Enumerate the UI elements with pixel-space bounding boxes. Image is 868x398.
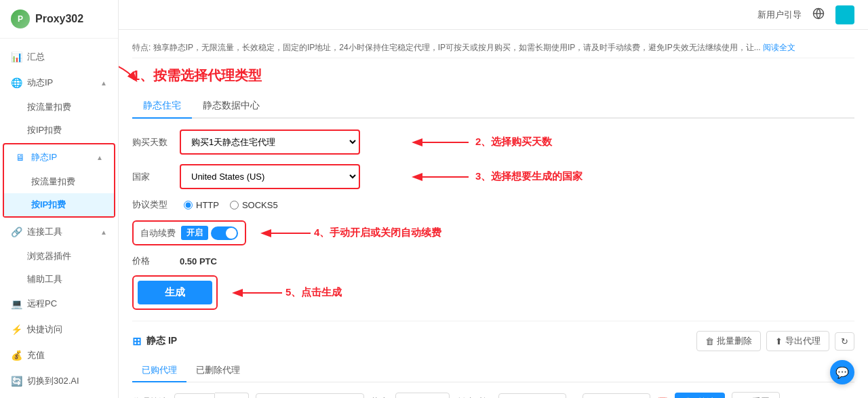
static-ip-icon: 🖥 xyxy=(15,152,26,163)
end-date-input[interactable] xyxy=(583,393,650,399)
sidebar-item-remote-pc[interactable]: 💻 远程PC xyxy=(0,291,118,317)
sidebar-item-browser-plugin[interactable]: 浏览器插件 xyxy=(0,245,118,268)
generate-row: 生成 5、点击生成 xyxy=(132,275,854,310)
sidebar-item-label: 动态IP xyxy=(27,77,53,89)
auto-renew-row: 自动续费 开启 4、手动 xyxy=(132,220,854,245)
step1-container: 1、按需选择代理类型 xyxy=(132,66,854,85)
table-icon: ⊞ xyxy=(132,335,141,348)
generate-button[interactable]: 生成 xyxy=(138,281,212,304)
price-row: 价格 0.50 PTC xyxy=(132,255,854,267)
section-title-text: 静态 IP xyxy=(146,335,177,347)
sidebar-item-switch-302[interactable]: 🔄 切换到302.AI xyxy=(0,368,118,394)
sidebar-item-dashboard[interactable]: 📊 汇总 xyxy=(0,44,118,70)
sidebar-item-label: 汇总 xyxy=(27,51,45,63)
proxy-filter-input-group: IP xyxy=(174,393,249,399)
protocol-socks5-radio[interactable] xyxy=(230,201,239,210)
state-select[interactable]: 全部 正常 过期 xyxy=(395,393,450,399)
new-user-guide-link[interactable]: 新用户引导 xyxy=(757,9,802,21)
protocol-http-option[interactable]: HTTP xyxy=(184,200,219,210)
chevron-up-icon-static: ▲ xyxy=(96,154,103,161)
sidebar-item-static-traffic-billing[interactable]: 按流量扣费 xyxy=(4,170,114,193)
export-icon: ⬆ xyxy=(775,336,783,346)
country-label: 国家 xyxy=(132,171,173,183)
sidebar-item-label: 按IP扣费 xyxy=(27,124,62,136)
reset-button[interactable]: ↺ 重置 xyxy=(732,392,780,398)
switch-icon: 🔄 xyxy=(11,376,22,386)
toggle-thumb xyxy=(226,228,237,239)
sidebar-item-label: 辅助工具 xyxy=(27,273,62,285)
chat-icon: 💬 xyxy=(835,366,849,379)
connect-tools-icon: 🔗 xyxy=(11,226,22,237)
tab-purchased[interactable]: 已购代理 xyxy=(132,359,186,382)
sidebar-item-connect-tools[interactable]: 🔗 连接工具 ▲ xyxy=(0,219,118,245)
content-area: 特点: 独享静态IP，无限流量，长效稳定，固定的IP地址，24小时保持住宅稳定代… xyxy=(119,30,868,398)
sidebar-item-label: 静态IP xyxy=(31,151,57,163)
price-value: 0.50 PTC xyxy=(180,256,217,266)
sidebar-item-label: 按流量扣费 xyxy=(27,101,71,113)
sidebar-item-recharge[interactable]: 💰 充值 xyxy=(0,342,118,368)
static-ip-section-nav: 🖥 静态IP ▲ 按流量扣费 按IP扣费 xyxy=(3,143,115,218)
sidebar-item-static-ip-billing[interactable]: 按IP扣费 xyxy=(4,193,114,216)
sidebar-item-static-ip[interactable]: 🖥 静态IP ▲ xyxy=(4,144,114,170)
start-date-input[interactable] xyxy=(498,393,566,399)
logo-area: P Proxy302 xyxy=(0,0,118,39)
refresh-button[interactable]: ↻ xyxy=(835,332,854,351)
bulk-delete-button[interactable]: 🗑 批量删除 xyxy=(696,331,761,351)
logo-icon: P xyxy=(11,9,30,28)
dashboard-icon: 📊 xyxy=(11,52,22,62)
translate-icon[interactable] xyxy=(812,7,825,22)
sidebar-item-label: 充值 xyxy=(27,349,45,361)
section-title-group: ⊞ 静态 IP xyxy=(132,335,177,348)
filter-button[interactable]: 🔍 筛选 xyxy=(675,393,725,398)
features-link[interactable]: 阅读全文 xyxy=(763,43,795,52)
toggle-track[interactable] xyxy=(211,226,238,240)
bulk-delete-label: 批量删除 xyxy=(717,335,752,347)
sidebar-nav: 📊 汇总 🌐 动态IP ▲ 按流量扣费 按IP扣费 🖥 静态IP ▲ 按流量扣费 xyxy=(0,39,118,398)
topbar: 新用户引导 xyxy=(119,0,868,30)
protocol-socks5-option[interactable]: SOCKS5 xyxy=(230,200,278,210)
section-header: ⊞ 静态 IP 🗑 批量删除 ⬆ 导出代理 ↻ xyxy=(132,331,854,351)
sidebar: P Proxy302 📊 汇总 🌐 动态IP ▲ 按流量扣费 按IP扣费 🖥 静… xyxy=(0,0,119,398)
step4-arrow-svg xyxy=(260,223,314,243)
user-avatar[interactable] xyxy=(835,5,854,24)
sidebar-item-helper-tools[interactable]: 辅助工具 xyxy=(0,268,118,291)
sidebar-item-label: 远程PC xyxy=(27,298,57,310)
step2-annotation: 2、选择购买天数 xyxy=(408,132,552,153)
protocol-row: 协议类型 HTTP SOCKS5 xyxy=(132,199,854,211)
sidebar-item-label: 按IP扣费 xyxy=(31,199,66,211)
sidebar-item-label: 快捷访问 xyxy=(27,323,62,336)
features-banner: 特点: 独享静态IP，无限流量，长效稳定，固定的IP地址，24小时保持住宅稳定代… xyxy=(132,38,854,58)
auto-renew-toggle-box: 自动续费 开启 xyxy=(132,220,246,245)
toggle-on-label: 开启 xyxy=(181,226,208,240)
tab-deleted[interactable]: 已删除代理 xyxy=(186,359,250,382)
sidebar-item-ip-billing[interactable]: 按IP扣费 xyxy=(0,119,118,142)
country-select[interactable]: United States (US) Japan (JP) United Kin… xyxy=(182,166,358,187)
dynamic-ip-icon: 🌐 xyxy=(11,77,22,88)
sidebar-item-dynamic-ip[interactable]: 🌐 动态IP ▲ xyxy=(0,70,118,96)
sidebar-item-label: 按流量扣费 xyxy=(31,176,75,188)
tab-static-datacenter[interactable]: 静态数据中心 xyxy=(192,94,271,119)
sidebar-item-label: 切换到302.AI xyxy=(27,375,79,387)
step3-arrow-svg xyxy=(408,167,475,187)
sidebar-item-api-v2[interactable]: 📡 API V2 ▼ xyxy=(0,394,118,398)
sidebar-item-traffic-billing[interactable]: 按流量扣费 xyxy=(0,96,118,119)
generate-btn-box: 生成 xyxy=(132,275,218,310)
step4-annotation: 4、手动开启或关闭自动续费 xyxy=(260,223,441,243)
form-annotation-wrapper: 购买天数 购买1天静态住宅代理 购买7天静态住宅代理 购买30天静态住宅代理 xyxy=(132,130,854,310)
export-button[interactable]: ⬆ 导出代理 xyxy=(766,331,829,351)
protocol-http-radio[interactable] xyxy=(184,201,193,210)
step4-label: 4、手动开启或关闭自动续费 xyxy=(314,226,441,239)
proxy-filter-input[interactable] xyxy=(174,393,215,399)
toggle-container[interactable]: 开启 xyxy=(181,226,238,240)
protocol-socks5-label: SOCKS5 xyxy=(242,200,278,210)
chevron-up-icon-connect: ▲ xyxy=(100,228,107,236)
chat-bubble-button[interactable]: 💬 xyxy=(830,360,854,384)
protocol-label: 协议类型 xyxy=(132,199,173,211)
proxy-type-select[interactable]: IP xyxy=(215,393,249,399)
sidebar-item-quick-access[interactable]: ⚡ 快捷访问 xyxy=(0,317,118,342)
days-select[interactable]: 购买1天静态住宅代理 购买7天静态住宅代理 购买30天静态住宅代理 xyxy=(182,132,358,153)
sidebar-item-label: 浏览器插件 xyxy=(27,250,71,262)
protocol-http-label: HTTP xyxy=(196,200,219,210)
proxy-text-input[interactable] xyxy=(256,393,364,399)
tab-static-residential[interactable]: 静态住宅 xyxy=(132,94,192,119)
